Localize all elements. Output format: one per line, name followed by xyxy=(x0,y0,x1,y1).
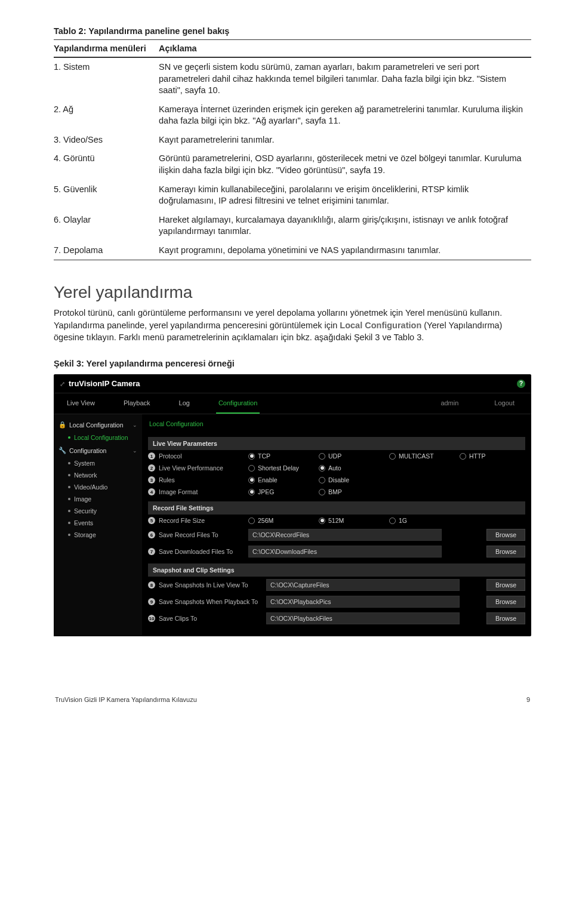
screenshot-local-config: ⤢ truVision IP Camera ? Live View Playba… xyxy=(54,374,531,636)
label-save-snap-live: Save Snapshots In Live View To xyxy=(159,581,248,589)
sidebar-item-label: System xyxy=(74,460,95,467)
label-save-snap-pb: Save Snapshots When Playback To xyxy=(159,598,258,605)
tab-playback[interactable]: Playback xyxy=(121,393,153,414)
label-rules: Rules xyxy=(159,476,175,483)
sidebar-item-system[interactable]: System xyxy=(54,457,142,469)
logout-link[interactable]: Logout xyxy=(488,393,520,414)
definition-table: Yapılandırma menüleri Açıklama 1. Sistem… xyxy=(54,40,531,260)
sidebar-item-events[interactable]: Events xyxy=(54,517,142,529)
label-save-downloaded: Save Downloaded Files To xyxy=(159,548,233,555)
radio-jpeg[interactable]: JPEG xyxy=(248,488,314,495)
sidebar-item-label: Security xyxy=(74,507,97,515)
input-save-downloaded[interactable]: C:\OCX\DownloadFiles xyxy=(248,546,442,558)
sidebar-item-security[interactable]: Security xyxy=(54,505,142,517)
brand-truvision: truVision xyxy=(69,379,102,388)
callout-7: 7 xyxy=(148,548,155,555)
sidebar-group-config[interactable]: 🔧Configuration⌄ xyxy=(54,443,142,457)
tab-configuration[interactable]: Configuration xyxy=(216,393,260,414)
sidebar-item-label: Local Configuration xyxy=(74,434,128,441)
brand-ipcamera: IP Camera xyxy=(102,379,140,388)
radio-256m[interactable]: 256M xyxy=(248,517,314,524)
user-label: admin xyxy=(435,393,464,414)
callout-4: 4 xyxy=(148,488,155,495)
radio-1g[interactable]: 1G xyxy=(389,517,455,524)
browse-button[interactable]: Browse xyxy=(486,579,525,591)
browse-button[interactable]: Browse xyxy=(486,529,525,541)
label-live-view-perf: Live View Performance xyxy=(159,464,223,472)
sidebar: 🔒Local Configuration⌄ Local Configuratio… xyxy=(54,414,142,636)
row-7-label: 7. Depolama xyxy=(54,241,159,260)
radio-tcp[interactable]: TCP xyxy=(248,452,314,460)
footer-title: TruVision Gizli IP Kamera Yapılandırma K… xyxy=(55,696,197,703)
help-icon[interactable]: ? xyxy=(517,380,525,388)
section-paragraph: Protokol türünü, canlı görüntüleme perfo… xyxy=(54,307,531,343)
radio-auto[interactable]: Auto xyxy=(319,464,384,472)
lock-icon: 🔒 xyxy=(58,421,66,429)
row-3-label: 3. Video/Ses xyxy=(54,131,159,150)
sidebar-item-storage[interactable]: Storage xyxy=(54,529,142,541)
input-save-snap-live[interactable]: C:\OCX\CaptureFiles xyxy=(266,579,460,591)
callout-9: 9 xyxy=(148,598,155,605)
row-5-desc: Kamerayı kimin kullanabileceğini, parola… xyxy=(159,180,531,211)
section-heading: Yerel yapılandırma xyxy=(54,283,531,302)
label-protocol: Protocol xyxy=(159,452,182,460)
callout-1: 1 xyxy=(148,452,155,460)
para-part-bold: Local Configuration xyxy=(340,321,421,330)
sidebar-item-label: Video/Audio xyxy=(74,483,107,491)
page-number: 9 xyxy=(526,696,530,703)
radio-bmp[interactable]: BMP xyxy=(319,488,384,495)
sidebar-item-local-config[interactable]: Local Configuration xyxy=(54,432,142,443)
radio-512m[interactable]: 512M xyxy=(319,517,384,524)
sidebar-item-label: Storage xyxy=(74,531,96,538)
row-2-label: 2. Ağ xyxy=(54,100,159,131)
row-1-desc: SN ve geçerli sistem kodu sürümü, zaman … xyxy=(159,58,531,100)
radio-enable[interactable]: Enable xyxy=(248,476,314,483)
th-menus: Yapılandırma menüleri xyxy=(54,40,159,57)
expand-icon[interactable]: ⤢ xyxy=(60,380,65,387)
sidebar-item-label: Events xyxy=(74,519,93,526)
row-4-desc: Görüntü parametrelerini, OSD ayarlarını,… xyxy=(159,149,531,180)
label-save-record: Save Record Files To xyxy=(159,531,218,538)
tab-log[interactable]: Log xyxy=(177,393,192,414)
sidebar-item-video-audio[interactable]: Video/Audio xyxy=(54,481,142,493)
row-6-desc: Hareket algılamayı, kurcalamaya dayanıkl… xyxy=(159,211,531,241)
radio-multicast[interactable]: MULTICAST xyxy=(389,452,455,460)
row-7-desc: Kayıt programını, depolama yönetimini ve… xyxy=(159,241,531,260)
radio-http[interactable]: HTTP xyxy=(460,452,525,460)
radio-disable[interactable]: Disable xyxy=(319,476,384,483)
radio-udp[interactable]: UDP xyxy=(319,452,384,460)
sidebar-item-image[interactable]: Image xyxy=(54,493,142,505)
label-record-file-size: Record File Size xyxy=(159,517,205,524)
chevron-down-icon: ⌄ xyxy=(133,448,137,454)
sidebar-group-local[interactable]: 🔒Local Configuration⌄ xyxy=(54,418,142,432)
table-caption: Tablo 2: Yapılandırma paneline genel bak… xyxy=(54,26,531,36)
browse-button[interactable]: Browse xyxy=(486,546,525,558)
label-image-format: Image Format xyxy=(159,488,198,495)
browse-button[interactable]: Browse xyxy=(486,612,525,624)
th-desc: Açıklama xyxy=(159,40,531,57)
panel-record-file-settings: Record File Settings xyxy=(148,501,525,515)
sidebar-item-label: Image xyxy=(74,495,91,503)
callout-2: 2 xyxy=(148,464,155,472)
callout-5: 5 xyxy=(148,517,155,524)
row-1-label: 1. Sistem xyxy=(54,58,159,100)
callout-6: 6 xyxy=(148,531,155,538)
figure-caption: Şekil 3: Yerel yapılandırma penceresi ör… xyxy=(54,359,531,368)
wrench-icon: 🔧 xyxy=(58,446,66,454)
radio-shortest-delay[interactable]: Shortest Delay xyxy=(248,464,314,472)
breadcrumb: Local Configuration xyxy=(148,418,525,433)
panel-snapshot-clip: Snapshot and Clip Settings xyxy=(148,563,525,577)
callout-8: 8 xyxy=(148,581,155,589)
sidebar-item-network[interactable]: Network xyxy=(54,469,142,481)
callout-10: 10 xyxy=(148,615,155,622)
input-save-record[interactable]: C:\OCX\RecordFiles xyxy=(248,529,442,541)
chevron-down-icon: ⌄ xyxy=(133,422,137,428)
panel-live-view-params: Live View Parameters xyxy=(148,437,525,450)
tab-live-view[interactable]: Live View xyxy=(64,393,97,414)
input-save-snap-pb[interactable]: C:\OCX\PlaybackPics xyxy=(266,596,460,608)
input-save-clips[interactable]: C:\OCX\PlaybackFiles xyxy=(266,612,460,624)
row-2-desc: Kameraya İnternet üzerinden erişmek için… xyxy=(159,100,531,131)
browse-button[interactable]: Browse xyxy=(486,596,525,608)
row-4-label: 4. Görüntü xyxy=(54,149,159,180)
row-6-label: 6. Olaylar xyxy=(54,211,159,241)
